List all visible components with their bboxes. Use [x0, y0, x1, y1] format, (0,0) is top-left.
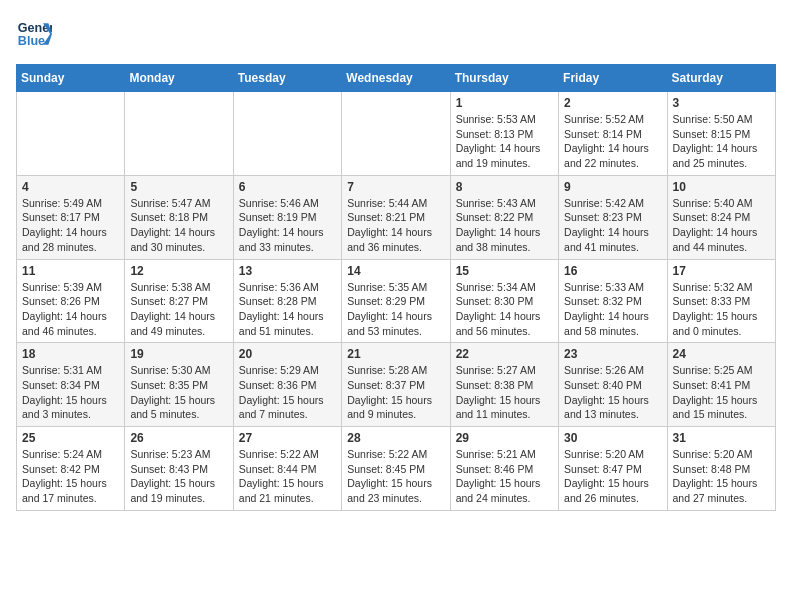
- cell-content-line: Daylight: 15 hours: [130, 476, 227, 491]
- day-number: 27: [239, 431, 336, 445]
- day-number: 22: [456, 347, 553, 361]
- day-number: 28: [347, 431, 444, 445]
- cell-content-line: Daylight: 14 hours: [564, 309, 661, 324]
- day-number: 13: [239, 264, 336, 278]
- cell-content-line: Sunrise: 5:21 AM: [456, 447, 553, 462]
- cell-content-line: Sunset: 8:35 PM: [130, 378, 227, 393]
- day-number: 29: [456, 431, 553, 445]
- cell-content-line: and 24 minutes.: [456, 491, 553, 506]
- cell-content-line: Sunrise: 5:22 AM: [239, 447, 336, 462]
- day-of-week-header: Thursday: [450, 65, 558, 92]
- day-number: 2: [564, 96, 661, 110]
- calendar-cell: [17, 92, 125, 176]
- calendar-cell: 13Sunrise: 5:36 AMSunset: 8:28 PMDayligh…: [233, 259, 341, 343]
- calendar-cell: 8Sunrise: 5:43 AMSunset: 8:22 PMDaylight…: [450, 175, 558, 259]
- calendar-cell: 2Sunrise: 5:52 AMSunset: 8:14 PMDaylight…: [559, 92, 667, 176]
- logo-icon: General Blue: [16, 16, 52, 52]
- cell-content-line: and 49 minutes.: [130, 324, 227, 339]
- cell-content-line: and 36 minutes.: [347, 240, 444, 255]
- cell-content-line: Sunset: 8:34 PM: [22, 378, 119, 393]
- cell-content-line: and 58 minutes.: [564, 324, 661, 339]
- day-of-week-header: Monday: [125, 65, 233, 92]
- cell-content-line: Sunrise: 5:42 AM: [564, 196, 661, 211]
- day-number: 26: [130, 431, 227, 445]
- cell-content-line: Daylight: 15 hours: [564, 476, 661, 491]
- calendar-cell: 18Sunrise: 5:31 AMSunset: 8:34 PMDayligh…: [17, 343, 125, 427]
- cell-content-line: Sunrise: 5:32 AM: [673, 280, 770, 295]
- cell-content-line: Sunrise: 5:44 AM: [347, 196, 444, 211]
- cell-content-line: Sunset: 8:18 PM: [130, 210, 227, 225]
- calendar-week-row: 1Sunrise: 5:53 AMSunset: 8:13 PMDaylight…: [17, 92, 776, 176]
- calendar-cell: 21Sunrise: 5:28 AMSunset: 8:37 PMDayligh…: [342, 343, 450, 427]
- day-number: 11: [22, 264, 119, 278]
- cell-content-line: and 30 minutes.: [130, 240, 227, 255]
- day-of-week-header: Sunday: [17, 65, 125, 92]
- cell-content-line: Daylight: 14 hours: [347, 309, 444, 324]
- cell-content-line: Daylight: 14 hours: [239, 309, 336, 324]
- calendar-cell: 6Sunrise: 5:46 AMSunset: 8:19 PMDaylight…: [233, 175, 341, 259]
- cell-content-line: Daylight: 15 hours: [22, 476, 119, 491]
- day-number: 9: [564, 180, 661, 194]
- cell-content-line: Daylight: 14 hours: [564, 225, 661, 240]
- cell-content-line: and 11 minutes.: [456, 407, 553, 422]
- cell-content-line: Daylight: 14 hours: [673, 141, 770, 156]
- cell-content-line: Daylight: 15 hours: [130, 393, 227, 408]
- cell-content-line: and 46 minutes.: [22, 324, 119, 339]
- cell-content-line: Sunset: 8:37 PM: [347, 378, 444, 393]
- cell-content-line: and 27 minutes.: [673, 491, 770, 506]
- cell-content-line: Sunrise: 5:50 AM: [673, 112, 770, 127]
- calendar-cell: [125, 92, 233, 176]
- calendar-week-row: 4Sunrise: 5:49 AMSunset: 8:17 PMDaylight…: [17, 175, 776, 259]
- cell-content-line: Sunset: 8:22 PM: [456, 210, 553, 225]
- calendar-cell: 30Sunrise: 5:20 AMSunset: 8:47 PMDayligh…: [559, 427, 667, 511]
- day-number: 17: [673, 264, 770, 278]
- day-number: 19: [130, 347, 227, 361]
- calendar-week-row: 18Sunrise: 5:31 AMSunset: 8:34 PMDayligh…: [17, 343, 776, 427]
- day-number: 20: [239, 347, 336, 361]
- cell-content-line: Sunrise: 5:39 AM: [22, 280, 119, 295]
- cell-content-line: Sunset: 8:44 PM: [239, 462, 336, 477]
- calendar-cell: 11Sunrise: 5:39 AMSunset: 8:26 PMDayligh…: [17, 259, 125, 343]
- cell-content-line: Daylight: 14 hours: [22, 225, 119, 240]
- cell-content-line: Daylight: 15 hours: [456, 393, 553, 408]
- day-number: 1: [456, 96, 553, 110]
- day-of-week-header: Saturday: [667, 65, 775, 92]
- calendar-cell: 12Sunrise: 5:38 AMSunset: 8:27 PMDayligh…: [125, 259, 233, 343]
- calendar-cell: 9Sunrise: 5:42 AMSunset: 8:23 PMDaylight…: [559, 175, 667, 259]
- calendar-cell: 10Sunrise: 5:40 AMSunset: 8:24 PMDayligh…: [667, 175, 775, 259]
- calendar-cell: 25Sunrise: 5:24 AMSunset: 8:42 PMDayligh…: [17, 427, 125, 511]
- cell-content-line: Sunset: 8:14 PM: [564, 127, 661, 142]
- cell-content-line: Sunrise: 5:43 AM: [456, 196, 553, 211]
- cell-content-line: Sunset: 8:13 PM: [456, 127, 553, 142]
- day-number: 6: [239, 180, 336, 194]
- page-header: General Blue: [16, 16, 776, 52]
- cell-content-line: and 21 minutes.: [239, 491, 336, 506]
- calendar-cell: 15Sunrise: 5:34 AMSunset: 8:30 PMDayligh…: [450, 259, 558, 343]
- day-number: 23: [564, 347, 661, 361]
- day-of-week-header: Tuesday: [233, 65, 341, 92]
- cell-content-line: Sunrise: 5:25 AM: [673, 363, 770, 378]
- day-number: 21: [347, 347, 444, 361]
- day-number: 5: [130, 180, 227, 194]
- cell-content-line: Sunset: 8:24 PM: [673, 210, 770, 225]
- cell-content-line: Sunrise: 5:52 AM: [564, 112, 661, 127]
- cell-content-line: Sunrise: 5:20 AM: [564, 447, 661, 462]
- cell-content-line: Daylight: 15 hours: [673, 309, 770, 324]
- cell-content-line: Daylight: 15 hours: [239, 393, 336, 408]
- calendar-cell: 7Sunrise: 5:44 AMSunset: 8:21 PMDaylight…: [342, 175, 450, 259]
- cell-content-line: Sunset: 8:43 PM: [130, 462, 227, 477]
- cell-content-line: and 19 minutes.: [130, 491, 227, 506]
- calendar-cell: 16Sunrise: 5:33 AMSunset: 8:32 PMDayligh…: [559, 259, 667, 343]
- cell-content-line: and 13 minutes.: [564, 407, 661, 422]
- cell-content-line: Sunset: 8:45 PM: [347, 462, 444, 477]
- cell-content-line: Sunset: 8:32 PM: [564, 294, 661, 309]
- cell-content-line: Sunset: 8:29 PM: [347, 294, 444, 309]
- calendar-cell: 27Sunrise: 5:22 AMSunset: 8:44 PMDayligh…: [233, 427, 341, 511]
- calendar-cell: 4Sunrise: 5:49 AMSunset: 8:17 PMDaylight…: [17, 175, 125, 259]
- calendar-cell: 31Sunrise: 5:20 AMSunset: 8:48 PMDayligh…: [667, 427, 775, 511]
- calendar-cell: 26Sunrise: 5:23 AMSunset: 8:43 PMDayligh…: [125, 427, 233, 511]
- cell-content-line: Sunset: 8:33 PM: [673, 294, 770, 309]
- cell-content-line: Sunset: 8:23 PM: [564, 210, 661, 225]
- cell-content-line: Daylight: 14 hours: [130, 225, 227, 240]
- calendar-week-row: 11Sunrise: 5:39 AMSunset: 8:26 PMDayligh…: [17, 259, 776, 343]
